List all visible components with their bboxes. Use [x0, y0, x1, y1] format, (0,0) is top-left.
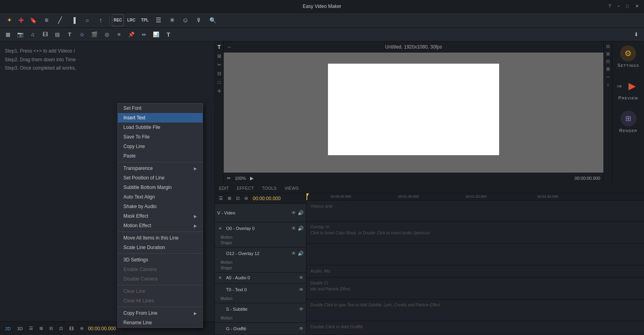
menu-auto-text-align[interactable]: Auto Text Align	[118, 192, 203, 202]
menu-shake-audio[interactable]: Shake by Audio	[118, 202, 203, 211]
tpl-button[interactable]: TPL	[139, 14, 151, 26]
pr-icon6[interactable]: ↕	[607, 82, 609, 88]
track-o0-eye-icon[interactable]: 👁	[291, 226, 296, 231]
list2-button[interactable]: ≡	[113, 29, 125, 40]
menu-motion-effect[interactable]: Motion Effect ▶	[118, 221, 203, 230]
o0-add-icon[interactable]: ＋	[217, 225, 223, 232]
tab-tools[interactable]: TOOLS	[260, 185, 278, 191]
tab-views[interactable]: VIEWS	[283, 185, 300, 191]
tab-effect[interactable]: EFFECT	[235, 185, 256, 191]
chart-button[interactable]: 📊	[150, 29, 162, 40]
menu-mask-effect[interactable]: Mask Effect ▶	[118, 211, 203, 221]
menu-copy-from-line[interactable]: Copy From Line ▶	[118, 308, 203, 318]
filmstrip-button[interactable]: 🎞	[39, 29, 51, 40]
th-list[interactable]: ☰	[217, 195, 224, 202]
pencil-icon[interactable]: ✏	[227, 175, 231, 181]
tl-minus-icon[interactable]: ⊖	[78, 325, 86, 332]
rec-button[interactable]: REC	[112, 14, 124, 26]
nav-back-arrow[interactable]: ←	[227, 44, 232, 50]
track-a0-eye-icon[interactable]: 👁	[299, 275, 304, 280]
menu-save-to-file[interactable]: Save To File	[118, 132, 203, 142]
camera-button[interactable]: 📷	[15, 29, 26, 40]
th-grid[interactable]: ⊞	[226, 195, 233, 202]
tl-expand-icon[interactable]: ⊡	[57, 325, 65, 332]
track-o12-eye-icon[interactable]: 👁	[291, 251, 296, 256]
menu-load-subtitle[interactable]: Load Subtitle File	[118, 123, 203, 132]
menu-copy-line[interactable]: Copy Line	[118, 142, 203, 151]
bookmark-button[interactable]: 🔖	[27, 14, 39, 26]
download-button[interactable]: ⬇	[630, 29, 642, 40]
zoom-button[interactable]: 🔍	[207, 14, 219, 26]
film-button[interactable]: 🎬	[89, 29, 100, 40]
menu-set-font[interactable]: Set Font	[118, 103, 203, 113]
track-o12-sound-icon[interactable]: 🔊	[298, 251, 304, 256]
pr-icon1[interactable]: ⊟	[606, 44, 610, 49]
menu-rename-line[interactable]: Rename Line	[118, 318, 203, 327]
circle-button[interactable]: ◎	[101, 29, 112, 40]
tl-film-icon[interactable]: 🎞	[67, 325, 76, 332]
track-g-eye-icon[interactable]: 👁	[299, 326, 304, 331]
textT2-button[interactable]: T	[163, 29, 174, 40]
search-button[interactable]: ○	[81, 14, 93, 26]
columns-button[interactable]: ▐	[68, 14, 80, 26]
grid-button[interactable]: ▦	[2, 29, 14, 40]
track-v-eye-icon[interactable]: 👁	[291, 210, 296, 216]
track-v-sound-icon[interactable]: 🔊	[298, 210, 304, 216]
upload-button[interactable]: ↑	[95, 14, 107, 26]
th-expand[interactable]: ⊡	[234, 195, 241, 202]
pr-icon5[interactable]: ↔	[606, 74, 611, 80]
close-button[interactable]: ✕	[633, 3, 641, 10]
tab-edit[interactable]: EDIT	[217, 185, 230, 191]
play-button[interactable]: ▶	[250, 175, 254, 181]
help-button[interactable]: ?	[607, 3, 613, 10]
a0-add-icon[interactable]: ＋	[217, 274, 223, 281]
logo-button[interactable]: ✦	[3, 14, 15, 26]
music-button[interactable]: ♫	[27, 29, 38, 40]
emoticon-button[interactable]: ☺	[76, 29, 88, 40]
snowflake-button[interactable]: ✳	[166, 14, 178, 26]
menu-insert-text[interactable]: Insert Text	[118, 113, 203, 123]
plus2-icon[interactable]: ✛	[217, 88, 221, 94]
pr-icon2[interactable]: ⊞	[606, 51, 610, 56]
2d-button[interactable]: 2D	[3, 325, 13, 332]
track-s-eye-icon[interactable]: 👁	[299, 306, 304, 312]
grid3-icon[interactable]: ⊟	[217, 71, 221, 76]
track-t0-eye-icon[interactable]: 👁	[299, 287, 304, 292]
list-lines-button[interactable]: ≡	[41, 14, 53, 26]
tl-grid2-icon[interactable]: ⊟	[47, 325, 55, 332]
pin-button[interactable]: 📌	[126, 29, 137, 40]
settings-button[interactable]: ⚙ SETTINGS	[617, 45, 639, 68]
track-o0-sound-icon[interactable]: 🔊	[298, 226, 304, 231]
minimize-button[interactable]: −	[615, 3, 622, 10]
select-icon[interactable]: ⊞	[217, 53, 221, 59]
text-button[interactable]: T	[64, 29, 75, 40]
crop-icon[interactable]: ✂	[217, 62, 221, 68]
diagonal-button[interactable]: ╱	[54, 14, 66, 26]
caption-button[interactable]: ▤	[52, 29, 63, 40]
frame-icon[interactable]: □	[218, 80, 221, 85]
maximize-button[interactable]: □	[624, 3, 631, 10]
3d-button[interactable]: 3D	[15, 325, 25, 332]
render-button[interactable]: ⊞ RENDER	[619, 111, 637, 133]
menu-scale-line[interactable]: Scale Line Duration	[118, 243, 203, 252]
arrows-button[interactable]: ⇔	[138, 29, 149, 40]
menu-3d-settings[interactable]: 3D Settings	[118, 255, 203, 265]
menu-subtitle-margin[interactable]: Subtitle Bottom Margin	[118, 183, 203, 192]
pr-icon3[interactable]: ⊡	[606, 59, 610, 64]
menu-transparence[interactable]: Transparence ▶	[118, 164, 203, 173]
tl-grid-icon[interactable]: ⊞	[37, 325, 45, 332]
th-minus[interactable]: ⊖	[243, 195, 250, 202]
menu-move-all[interactable]: Move All Items in this Line	[118, 233, 203, 243]
add-button[interactable]: +	[17, 16, 25, 25]
tl-list-icon[interactable]: ☰	[27, 325, 35, 332]
playhead[interactable]	[306, 193, 307, 200]
menu-paste[interactable]: Paste	[118, 151, 203, 161]
mic-button[interactable]: 🎙	[193, 14, 205, 26]
pr-icon4[interactable]: ⊠	[606, 66, 610, 72]
smiley-button[interactable]: ☺	[180, 14, 191, 26]
text-tool-icon[interactable]: T	[217, 44, 221, 50]
list-icon-button[interactable]: ☰	[152, 14, 164, 26]
lrc-button[interactable]: LRC	[125, 14, 137, 26]
preview-sidebar-button[interactable]: ⇒ ▶ PREVIEW	[617, 78, 640, 100]
menu-set-position[interactable]: Set Position of Line	[118, 173, 203, 183]
